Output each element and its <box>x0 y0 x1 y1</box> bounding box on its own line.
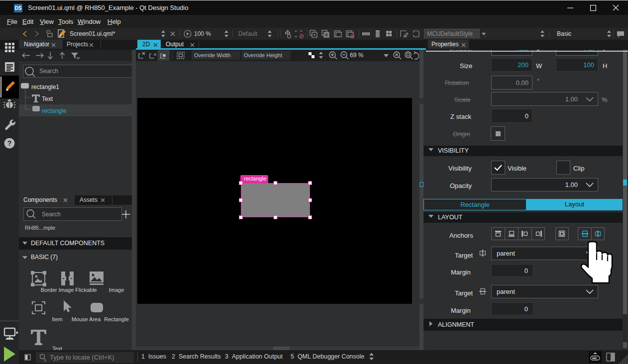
svg-text:A: A <box>154 52 157 57</box>
svg-text:?: ? <box>7 139 12 147</box>
